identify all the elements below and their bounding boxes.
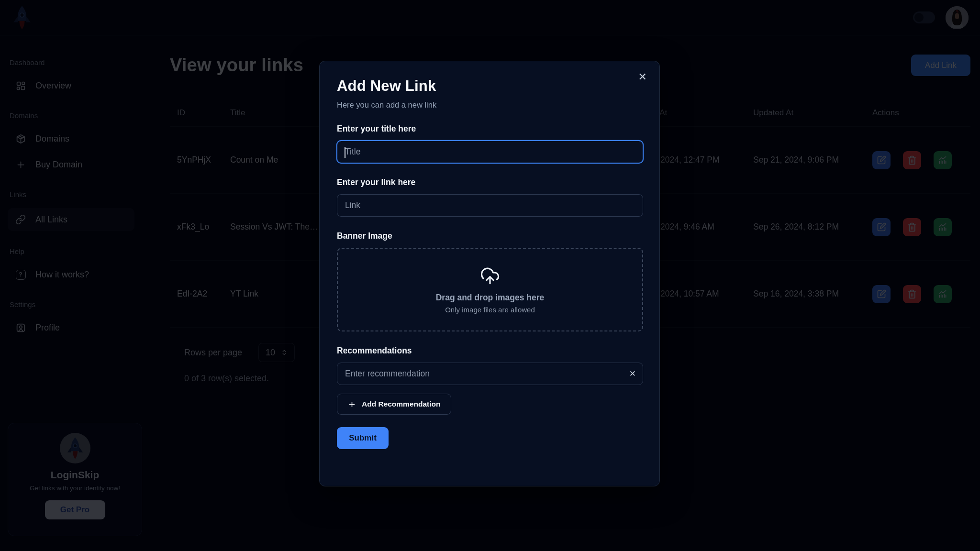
plus-icon	[348, 400, 356, 408]
dropzone-primary-text: Drag and drop images here	[436, 293, 545, 303]
title-input[interactable]: Title	[337, 141, 643, 163]
recommendations-label: Recommendations	[337, 346, 642, 356]
link-placeholder: Link	[345, 200, 360, 210]
text-caret	[345, 147, 345, 158]
title-field-label: Enter your title here	[337, 124, 642, 134]
add-recommendation-label: Add Recommendation	[362, 400, 440, 408]
title-placeholder: Title	[345, 147, 360, 157]
recommendation-placeholder: Enter recommendation	[345, 369, 430, 379]
close-icon[interactable]: ✕	[638, 72, 647, 82]
cloud-upload-icon	[480, 266, 500, 286]
modal-subtitle: Here you can add a new link	[337, 100, 642, 110]
recommendation-input[interactable]: Enter recommendation ✕	[337, 363, 643, 385]
modal-title: Add New Link	[337, 77, 642, 95]
dropzone-secondary-text: Only image files are allowed	[445, 306, 535, 314]
submit-button[interactable]: Submit	[337, 427, 389, 449]
link-field-label: Enter your link here	[337, 177, 642, 187]
remove-recommendation-button[interactable]: ✕	[629, 363, 636, 385]
banner-image-label: Banner Image	[337, 231, 642, 241]
x-icon: ✕	[629, 369, 636, 379]
link-input[interactable]: Link	[337, 194, 643, 217]
add-new-link-modal: ✕ Add New Link Here you can add a new li…	[319, 61, 660, 486]
add-recommendation-button[interactable]: Add Recommendation	[337, 394, 451, 415]
image-dropzone[interactable]: Drag and drop images here Only image fil…	[337, 248, 643, 331]
